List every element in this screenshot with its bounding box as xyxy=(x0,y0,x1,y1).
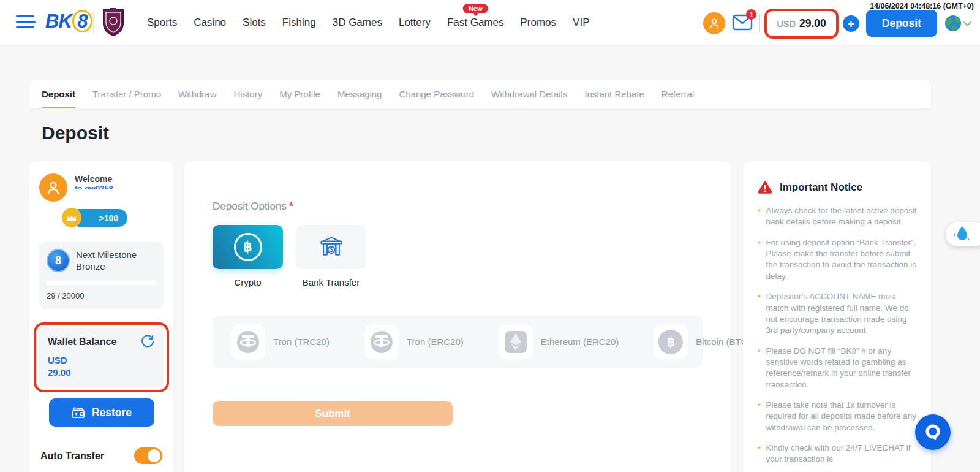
crypto-option-tron-trc20[interactable]: Tron (TRC20) xyxy=(231,325,330,359)
header-divider xyxy=(760,14,760,32)
tab-withdrawal-details[interactable]: Withdrawal Details xyxy=(491,80,567,108)
ethereum-icon xyxy=(503,330,528,354)
nav-item-slots[interactable]: Slots xyxy=(243,17,266,29)
wallet-balance-header[interactable]: USD 29.00 xyxy=(767,11,835,36)
tab-instant-rebate[interactable]: Instant Rebate xyxy=(584,80,644,108)
refresh-icon[interactable] xyxy=(140,335,155,349)
bank-icon: $ xyxy=(318,234,345,261)
nav-item-fishing[interactable]: Fishing xyxy=(282,17,316,29)
crypto-currency-bar: Tron (TRC20) Tron (ERC20) E xyxy=(213,316,703,368)
user-avatar-icon[interactable] xyxy=(703,12,725,34)
important-notice-card: Important Notice •Always check for the l… xyxy=(743,161,931,472)
language-selector[interactable] xyxy=(944,14,970,32)
promo-float-button[interactable] xyxy=(946,222,980,246)
nav-item-sports[interactable]: Sports xyxy=(147,17,177,29)
club-crest-icon xyxy=(102,7,125,37)
deposit-option-bank-transfer[interactable]: $ Bank Transfer xyxy=(296,225,366,287)
required-asterisk: * xyxy=(289,200,293,212)
notice-item: •For using deposit option “Bank Transfer… xyxy=(758,237,918,282)
notice-item: •Kindly check with our 24/7 LIVECHAT if … xyxy=(758,443,918,465)
bullet-icon: • xyxy=(758,346,761,390)
milestone-progress-text: 29 / 20000 xyxy=(47,291,156,300)
nav-item-promos[interactable]: Promos xyxy=(521,17,557,29)
tab-transfer-promo[interactable]: Transfer / Promo xyxy=(92,80,161,108)
deposit-option-crypto[interactable]: ฿ Crypto xyxy=(213,225,283,287)
crypto-option-ethereum-erc20[interactable]: Ethereum (ERC20) xyxy=(499,325,619,359)
deposit-options-row: ฿ Crypto $ Bank Transfer xyxy=(213,225,702,287)
milestone-card: 8 Next Milestone Bronze 29 / 20000 xyxy=(39,242,164,309)
page-title: Deposit xyxy=(42,123,109,143)
tab-change-password[interactable]: Change Password xyxy=(399,80,474,108)
balance-currency: USD xyxy=(777,19,796,29)
tether-icon xyxy=(236,330,260,354)
welcome-texts: Welcome to gw0358 xyxy=(75,173,113,189)
tab-deposit[interactable]: Deposit xyxy=(42,80,75,108)
warning-icon xyxy=(758,181,772,194)
wallet-currency: USD xyxy=(48,354,155,367)
crypto-option-bitcoin-btc[interactable]: ฿ Bitcoin (BTC) xyxy=(654,325,750,359)
auto-transfer-label: Auto Transfer xyxy=(40,451,104,462)
livechat-button[interactable] xyxy=(915,414,951,450)
svg-text:$: $ xyxy=(330,246,333,253)
notice-item: •Please take note that 1x turnover is re… xyxy=(758,400,918,433)
welcome-label: Welcome xyxy=(75,175,113,184)
notice-title: Important Notice xyxy=(780,181,862,194)
restore-button[interactable]: Restore xyxy=(49,398,154,427)
nav-item-vip[interactable]: VIP xyxy=(573,17,589,29)
bitcoin-gray-icon: ฿ xyxy=(658,330,683,354)
welcome-username: to gw0358 xyxy=(75,184,113,189)
milestone-coin-icon: 8 xyxy=(47,249,70,272)
bitcoin-icon: ฿ xyxy=(234,233,262,261)
wallet-balance-label: Wallet Balance xyxy=(48,337,116,348)
mail-badge: 1 xyxy=(746,9,756,20)
milestone-progress-bar xyxy=(47,281,156,285)
deposit-form-card: Deposit Options* ฿ Crypto $ Bank Tra xyxy=(184,161,731,472)
welcome-row: Welcome to gw0358 xyxy=(39,173,164,202)
bk8-logo[interactable]: BK8 xyxy=(45,10,92,32)
tab-messaging[interactable]: Messaging xyxy=(337,80,382,108)
top-header: BK8 Sports Casino Slots Fishing 3D Games… xyxy=(0,0,980,45)
vip-level-badge[interactable]: >100 xyxy=(71,209,127,227)
notice-item: •Always check for the latest active depo… xyxy=(758,205,918,228)
tab-withdraw[interactable]: Withdraw xyxy=(178,80,217,108)
tab-my-profile[interactable]: My Profile xyxy=(279,80,320,108)
header-right-cluster: 1 USD 29.00 + Deposit xyxy=(703,10,970,37)
wallet-amount: 29.00 xyxy=(48,367,155,379)
bullet-icon: • xyxy=(758,443,761,465)
account-sidebar: Welcome to gw0358 >100 8 Next Milestone … xyxy=(29,161,173,472)
new-badge: New xyxy=(463,4,488,13)
water-drop-icon xyxy=(952,224,973,244)
mail-icon[interactable]: 1 xyxy=(732,14,753,32)
nav-item-fast-games[interactable]: New Fast Games xyxy=(447,17,504,29)
header-deposit-button[interactable]: Deposit xyxy=(866,10,937,37)
tab-referral[interactable]: Referral xyxy=(662,80,694,108)
auto-transfer-row: Auto Transfer xyxy=(39,447,164,464)
submit-button[interactable]: Submit xyxy=(213,401,453,426)
nav-item-lottery[interactable]: Lottery xyxy=(399,17,431,29)
bullet-icon: • xyxy=(758,205,761,228)
chevron-down-icon xyxy=(963,18,971,26)
vip-badge-value: >100 xyxy=(99,213,118,223)
chat-bubble-icon xyxy=(924,423,942,441)
bullet-icon: • xyxy=(758,237,761,282)
logo-divider xyxy=(93,11,94,34)
milestone-level: Bronze xyxy=(76,261,137,272)
globe-icon xyxy=(944,14,962,32)
tether-icon xyxy=(369,330,394,354)
bullet-icon: • xyxy=(758,400,761,433)
datetime-display: 14/06/2024 04:48:16 (GMT+0) xyxy=(870,2,974,10)
hamburger-menu-icon[interactable] xyxy=(16,15,36,30)
notice-item: •Depositor’s ACCOUNT NAME must match wit… xyxy=(758,291,918,336)
deposit-options-label: Deposit Options* xyxy=(213,200,702,213)
milestone-title: Next Milestone Bronze xyxy=(76,249,137,272)
tab-history[interactable]: History xyxy=(234,80,263,108)
add-funds-button[interactable]: + xyxy=(843,15,859,32)
nav-item-3d-games[interactable]: 3D Games xyxy=(333,17,382,29)
balance-amount: 29.00 xyxy=(799,17,826,30)
crypto-option-tron-erc20[interactable]: Tron (ERC20) xyxy=(364,325,464,359)
nav-item-casino[interactable]: Casino xyxy=(194,17,226,29)
sidebar-avatar-icon[interactable] xyxy=(39,173,67,202)
auto-transfer-toggle[interactable] xyxy=(134,447,162,464)
notice-list: •Always check for the latest active depo… xyxy=(758,205,918,465)
logo-8-text: 8 xyxy=(72,10,92,32)
